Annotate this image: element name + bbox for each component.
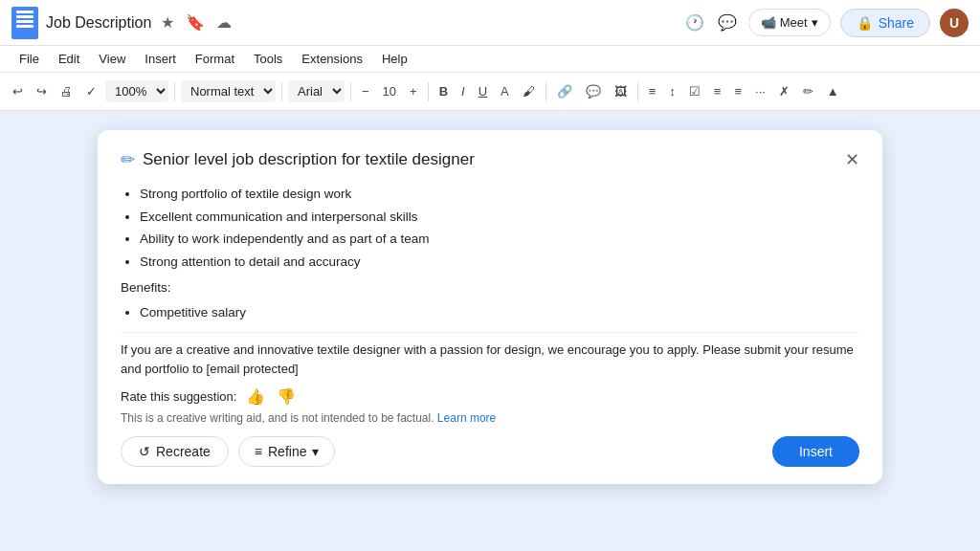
toolbar-divider-3	[350, 82, 351, 101]
share-button[interactable]: 🔒 Share	[840, 9, 930, 37]
bold-button[interactable]: B	[434, 81, 453, 101]
menu-edit[interactable]: Edit	[51, 50, 87, 68]
refine-chevron-icon: ▾	[312, 444, 319, 459]
recreate-label: Recreate	[156, 444, 211, 459]
bookmark-icon[interactable]: 🔖	[184, 11, 207, 33]
chat-icon[interactable]: 💬	[716, 11, 739, 33]
meet-icon: 📹	[761, 15, 776, 30]
history-icon[interactable]: 🕐	[683, 11, 706, 33]
menu-extensions[interactable]: Extensions	[294, 50, 370, 68]
redo-button[interactable]: ↪	[32, 81, 52, 101]
menu-insert[interactable]: Insert	[137, 50, 184, 68]
thumbs-down-button[interactable]: 👎	[275, 386, 298, 408]
font-select[interactable]: Arial	[288, 80, 345, 102]
meet-button[interactable]: 📹 Meet ▾	[748, 9, 831, 36]
menu-format[interactable]: Format	[188, 50, 242, 68]
menu-help[interactable]: Help	[374, 50, 415, 68]
benefits-label: Benefits:	[121, 277, 856, 298]
list-item: Strong attention to detail and accuracy	[140, 252, 856, 273]
bullet-list-button[interactable]: ≡	[709, 81, 726, 101]
ai-panel-title-text: Senior level job description for textile…	[143, 150, 475, 169]
disclaimer: This is a creative writing aid, and is n…	[121, 411, 859, 425]
collapse-button[interactable]: ▲	[822, 81, 844, 101]
close-button[interactable]: ✕	[845, 151, 859, 168]
refine-icon: ≡	[255, 444, 262, 459]
insert-button[interactable]: Insert	[772, 436, 859, 467]
toolbar-divider-1	[174, 82, 175, 101]
comment-button[interactable]: 💬	[581, 81, 606, 101]
highlight-button[interactable]: 🖌	[518, 81, 540, 101]
toolbar-divider-4	[428, 82, 429, 101]
toolbar-divider-2	[281, 82, 282, 101]
ai-panel-header: ✏ Senior level job description for texti…	[121, 149, 859, 170]
doc-area: ✏ Senior level job description for texti…	[0, 111, 980, 551]
action-row: ↺ Recreate ≡ Refine ▾ Insert	[121, 436, 859, 467]
recreate-button[interactable]: ↺ Recreate	[121, 436, 229, 467]
list-item: Strong portfolio of textile design work	[140, 184, 856, 205]
learn-more-link[interactable]: Learn more	[437, 411, 496, 425]
cloud-icon[interactable]: ☁	[214, 11, 234, 33]
refine-label: Refine	[268, 444, 306, 459]
text-style-select[interactable]: Normal text	[181, 80, 276, 102]
checklist-button[interactable]: ☑	[684, 81, 705, 101]
align-button[interactable]: ≡	[644, 81, 661, 101]
avatar[interactable]: U	[940, 9, 969, 37]
title-left: Job Description ★ 🔖 ☁	[11, 7, 234, 39]
lock-icon: 🔒	[857, 15, 873, 31]
recreate-icon: ↺	[139, 444, 150, 459]
numbered-list-button[interactable]: ≡	[729, 81, 746, 101]
undo-button[interactable]: ↩	[8, 81, 28, 101]
rating-row: Rate this suggestion: 👍 👎	[121, 386, 859, 408]
title-bar: Job Description ★ 🔖 ☁ 🕐 💬 📹 Meet ▾ 🔒 Sha…	[0, 0, 980, 46]
image-button[interactable]: 🖼	[610, 81, 632, 101]
underline-button[interactable]: U	[474, 81, 492, 101]
list-item: Ability to work independently and as par…	[140, 229, 856, 250]
thumbs-up-button[interactable]: 👍	[244, 386, 267, 408]
link-button[interactable]: 🔗	[552, 81, 577, 101]
ai-panel-title: ✏ Senior level job description for texti…	[121, 149, 475, 170]
share-label: Share	[879, 15, 914, 31]
refine-button[interactable]: ≡ Refine ▾	[238, 436, 336, 467]
format-clear-button[interactable]: ✗	[774, 81, 794, 101]
font-size-decrease-button[interactable]: −	[357, 81, 374, 101]
font-size-display: 10	[378, 81, 401, 101]
title-right: 🕐 💬 📹 Meet ▾ 🔒 Share U	[683, 9, 969, 37]
ai-content: Strong portfolio of textile design work …	[121, 184, 859, 322]
print-button[interactable]: 🖨	[56, 81, 78, 101]
menu-bar: File Edit View Insert Format Tools Exten…	[0, 46, 980, 73]
skills-list: Strong portfolio of textile design work …	[140, 184, 856, 272]
toolbar: ↩ ↪ 🖨 ✓ 100% Normal text Arial − 10 + B …	[0, 73, 980, 111]
toolbar-divider-5	[546, 82, 546, 101]
font-size-increase-button[interactable]: +	[405, 81, 422, 101]
ai-wand-icon: ✏	[121, 149, 135, 170]
disclaimer-text: This is a creative writing aid, and is n…	[121, 411, 434, 425]
rating-label: Rate this suggestion:	[121, 389, 236, 404]
list-item: Competitive salary	[140, 302, 856, 322]
menu-tools[interactable]: Tools	[246, 50, 290, 68]
list-item: Excellent communication and interpersona…	[140, 207, 856, 228]
menu-file[interactable]: File	[11, 50, 47, 68]
meet-chevron-icon: ▾	[812, 15, 818, 30]
text-color-button[interactable]: A	[496, 81, 514, 101]
star-icon[interactable]: ★	[159, 11, 176, 33]
drawing-button[interactable]: ✏	[798, 81, 818, 101]
more-button[interactable]: ···	[750, 81, 770, 101]
zoom-select[interactable]: 100%	[105, 80, 168, 102]
menu-view[interactable]: View	[91, 50, 133, 68]
ai-footer: If you are a creative and innovative tex…	[121, 332, 859, 467]
doc-title: Job Description	[46, 14, 151, 32]
spellcheck-button[interactable]: ✓	[81, 81, 101, 101]
italic-button[interactable]: I	[457, 81, 470, 101]
benefits-list: Competitive salary Comprehensive benefit…	[140, 302, 856, 322]
doc-icon	[11, 7, 38, 39]
meet-label: Meet	[780, 15, 808, 30]
line-spacing-button[interactable]: ↕	[664, 81, 680, 101]
action-left: ↺ Recreate ≡ Refine ▾	[121, 436, 335, 467]
toolbar-divider-6	[637, 82, 638, 101]
ai-panel: ✏ Senior level job description for texti…	[98, 130, 882, 484]
closing-text: If you are a creative and innovative tex…	[121, 341, 859, 378]
